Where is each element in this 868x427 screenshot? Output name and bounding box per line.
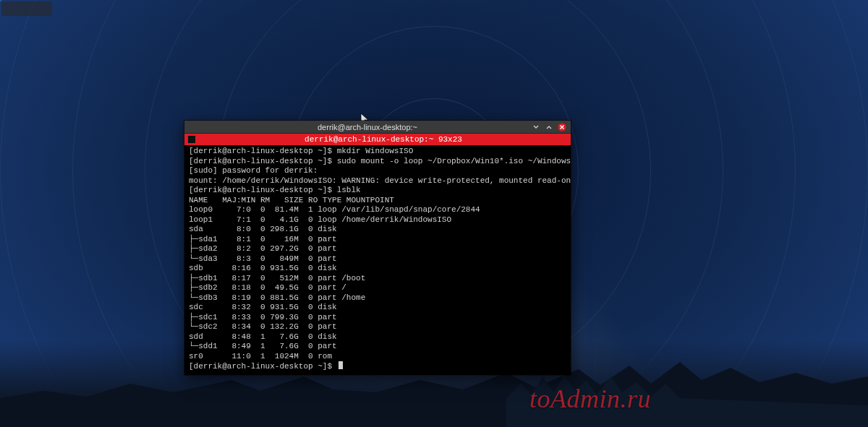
terminal-line: ├─sda2 8:2 0 297.2G 0 part <box>189 244 566 254</box>
terminal-line: └─sdd1 8:49 1 7.6G 0 part <box>189 342 566 352</box>
terminal-line: [sudo] password for derrik: <box>189 166 566 176</box>
terminal-tab-title: derrik@arch-linux-desktop:~ 93x23 <box>199 135 568 144</box>
terminal-line: [derrik@arch-linux-desktop ~]$ mkdir Win… <box>189 147 566 157</box>
terminal-tab-bar: derrik@arch-linux-desktop:~ 93x23 <box>184 134 571 145</box>
maximize-button[interactable] <box>545 123 553 131</box>
watermark-text: toAdmin.ru <box>529 384 651 414</box>
terminal-window[interactable]: derrik@arch-linux-desktop:~ derrik@arch-… <box>184 120 571 376</box>
terminal-line: └─sda3 8:3 0 849M 0 part <box>189 254 566 264</box>
terminal-line: ├─sdc1 8:33 0 799.3G 0 part <box>189 313 566 323</box>
terminal-line: mount: /home/derrik/WindowsISO: WARNING:… <box>189 176 566 186</box>
terminal-line: [derrik@arch-linux-desktop ~]$ sudo moun… <box>189 157 566 167</box>
terminal-line: sdd 8:48 1 7.6G 0 disk <box>189 332 566 342</box>
terminal-line: NAME MAJ:MIN RM SIZE RO TYPE MOUNTPOINT <box>189 196 566 206</box>
terminal-line: sdc 8:32 0 931.5G 0 disk <box>189 303 566 313</box>
window-title: derrik@arch-linux-desktop:~ <box>208 123 527 131</box>
terminal-app-icon <box>187 135 196 144</box>
terminal-body[interactable]: [derrik@arch-linux-desktop ~]$ mkdir Win… <box>184 145 571 375</box>
terminal-line: loop0 7:0 0 81.4M 1 loop /var/lib/snapd/… <box>189 205 566 215</box>
terminal-line: sdb 8:16 0 931.5G 0 disk <box>189 264 566 274</box>
terminal-line: ├─sdb2 8:18 0 49.5G 0 part / <box>189 283 566 293</box>
window-titlebar[interactable]: derrik@arch-linux-desktop:~ <box>184 121 571 134</box>
terminal-line: [derrik@arch-linux-desktop ~]$ lsblk <box>189 186 566 196</box>
desktop-panel-fragment <box>1 1 52 16</box>
terminal-cursor <box>339 361 343 369</box>
terminal-prompt-line[interactable]: [derrik@arch-linux-desktop ~]$ <box>189 361 566 372</box>
terminal-line: loop1 7:1 0 4.1G 0 loop /home/derrik/Win… <box>189 215 566 225</box>
terminal-line: ├─sdb1 8:17 0 512M 0 part /boot <box>189 274 566 284</box>
terminal-line: sr0 11:0 1 1024M 0 rom <box>189 352 566 362</box>
minimize-button[interactable] <box>532 123 540 131</box>
terminal-line: └─sdb3 8:19 0 881.5G 0 part /home <box>189 293 566 303</box>
terminal-line: └─sdc2 8:34 0 132.2G 0 part <box>189 322 566 332</box>
close-button[interactable] <box>558 123 566 131</box>
desktop: derrik@arch-linux-desktop:~ derrik@arch-… <box>0 0 868 427</box>
terminal-line: sda 8:0 0 298.1G 0 disk <box>189 225 566 235</box>
terminal-line: ├─sda1 8:1 0 16M 0 part <box>189 235 566 245</box>
